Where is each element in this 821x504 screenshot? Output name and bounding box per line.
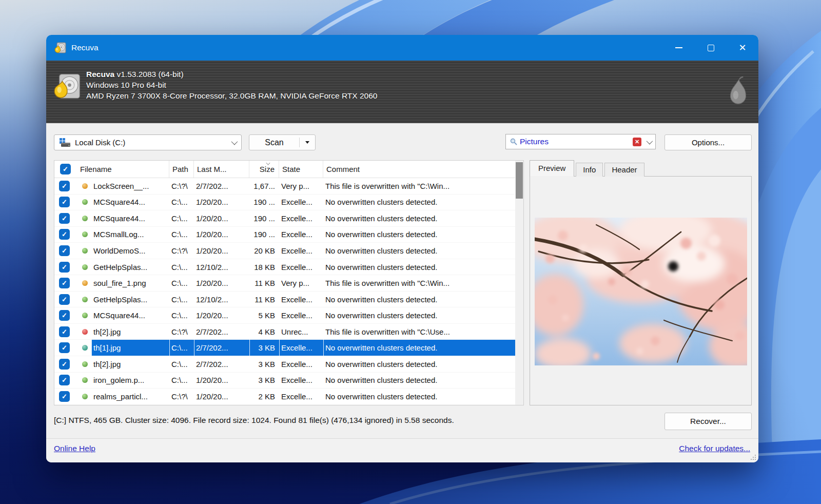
row-checkbox[interactable] [54,243,77,259]
row-checkbox[interactable] [54,307,77,323]
tab-info[interactable]: Info [576,163,603,177]
file-state[interactable]: Excelle... [279,227,323,243]
file-state[interactable]: Unrec... [279,324,323,340]
tab-preview[interactable]: Preview [530,160,574,177]
table-row[interactable]: GetHelpSplas... C:\... 12/10/2... 11 KB … [54,292,515,308]
file-path[interactable]: C:\... [169,195,194,210]
row-checkbox[interactable] [54,275,77,291]
file-comment[interactable]: No overwritten clusters detected. [323,356,515,372]
file-size[interactable]: 18 KB [249,259,279,275]
table-row[interactable]: WorldDemoS... C:\?\ 1/20/20... 20 KB Exc… [54,243,515,259]
file-name[interactable]: GetHelpSplas... [91,259,169,275]
file-size[interactable]: 4 KB [249,324,279,340]
minimize-button[interactable] [663,35,695,61]
file-name[interactable]: MCSquare44... [91,307,169,323]
file-path[interactable]: C:\... [169,373,194,389]
column-header-filename[interactable]: Filename [77,161,169,178]
table-row[interactable]: th[1].jpg C:\... 2/7/202... 3 KB Excelle… [54,340,515,356]
file-state[interactable]: Excelle... [279,195,323,210]
file-name[interactable]: th[2].jpg [91,356,169,372]
file-comment[interactable]: No overwritten clusters detected. [323,210,515,226]
row-checkbox[interactable] [54,195,77,210]
file-state[interactable]: Very p... [279,275,323,291]
table-row[interactable]: iron_golem.p... C:\... 1/20/20... 3 KB E… [54,373,515,389]
file-comment[interactable]: No overwritten clusters detected. [323,195,515,210]
row-checkbox[interactable] [54,340,77,356]
file-name[interactable]: th[1].jpg [91,340,169,356]
file-last-modified[interactable]: 2/7/202... [194,356,249,372]
file-size[interactable]: 2 KB [249,389,279,404]
file-comment[interactable]: No overwritten clusters detected. [323,373,515,389]
file-path[interactable]: C:\... [169,210,194,226]
file-path[interactable]: C:\... [169,292,194,307]
file-path[interactable]: C:\... [169,259,194,275]
file-last-modified[interactable]: 1/20/20... [194,243,249,259]
file-comment[interactable]: No overwritten clusters detected. [323,259,515,275]
file-state[interactable]: Excelle... [279,389,323,404]
file-last-modified[interactable]: 2/7/202... [194,324,249,340]
file-size[interactable]: 5 KB [249,307,279,323]
file-state[interactable]: Excelle... [279,259,323,275]
file-name[interactable]: GetHelpSplas... [91,292,169,307]
file-last-modified[interactable]: 2/7/202... [194,178,249,194]
file-name[interactable]: realms_particl... [91,389,169,404]
file-path[interactable]: C:\... [169,340,194,356]
table-row[interactable]: MCSmallLog... C:\... 1/20/20... 190 ... … [54,227,515,243]
file-comment[interactable]: No overwritten clusters detected. [323,227,515,243]
column-header-last-modified[interactable]: Last M... [194,161,249,178]
recover-button[interactable]: Recover... [664,413,752,430]
row-checkbox[interactable] [54,178,77,194]
file-name[interactable]: th[2].jpg [91,324,169,340]
options-button[interactable]: Options... [664,134,752,150]
scan-dropdown-button[interactable] [300,141,315,144]
check-updates-link[interactable]: Check for updates... [679,444,750,453]
file-comment[interactable]: This file is overwritten with "C:\Win... [323,275,515,291]
file-name[interactable]: soul_fire_1.png [91,275,169,291]
titlebar[interactable]: Recuva ✕ [46,35,758,61]
table-row[interactable]: LockScreen__... C:\?\ 2/7/202... 1,67...… [54,178,515,195]
file-path[interactable]: C:\?\ [169,324,194,340]
close-button[interactable]: ✕ [727,35,758,61]
row-checkbox[interactable] [54,292,77,307]
file-last-modified[interactable]: 1/20/20... [194,227,249,243]
file-last-modified[interactable]: 1/20/20... [194,275,249,291]
file-name[interactable]: LockScreen__... [91,178,169,194]
file-state[interactable]: Excelle... [279,373,323,389]
row-checkbox[interactable] [54,373,77,389]
file-size[interactable]: 11 KB [249,292,279,307]
file-state[interactable]: Excelle... [279,292,323,307]
file-name[interactable]: MCSquare44... [91,210,169,226]
row-checkbox[interactable] [54,356,77,372]
file-last-modified[interactable]: 1/20/20... [194,210,249,226]
file-state[interactable]: Excelle... [279,340,323,356]
scan-button[interactable]: Scan [249,134,316,150]
table-row[interactable]: MCSquare44... C:\... 1/20/20... 5 KB Exc… [54,307,515,324]
row-checkbox[interactable] [54,210,77,226]
table-row[interactable]: MCSquare44... C:\... 1/20/20... 190 ... … [54,210,515,227]
table-row[interactable]: soul_fire_1.png C:\... 1/20/20... 11 KB … [54,275,515,292]
file-state[interactable]: Very p... [279,178,323,194]
table-row[interactable]: MCSquare44... C:\... 1/20/20... 190 ... … [54,195,515,211]
table-row[interactable]: th[2].jpg C:\... 2/7/202... 3 KB Excelle… [54,356,515,373]
search-filter-box[interactable]: Pictures ✕ [505,134,656,149]
drive-selector[interactable]: Local Disk (C:) [54,134,242,150]
row-checkbox[interactable] [54,227,77,243]
row-checkbox[interactable] [54,259,77,275]
file-path[interactable]: C:\?\ [169,243,194,259]
file-last-modified[interactable]: 1/20/20... [194,373,249,389]
table-row[interactable]: realms_particl... C:\?\ 1/20/20... 2 KB … [54,389,515,405]
file-size[interactable]: 190 ... [249,227,279,243]
file-size[interactable]: 3 KB [249,373,279,389]
online-help-link[interactable]: Online Help [54,444,95,453]
file-path[interactable]: C:\... [169,307,194,323]
file-size[interactable]: 3 KB [249,340,279,356]
file-size[interactable]: 190 ... [249,195,279,210]
file-last-modified[interactable]: 1/20/20... [194,389,249,404]
column-header-comment[interactable]: Comment [323,161,523,178]
file-path[interactable]: C:\... [169,356,194,372]
file-comment[interactable]: No overwritten clusters detected. [323,307,515,323]
column-header-state[interactable]: State [279,161,323,178]
file-last-modified[interactable]: 1/20/20... [194,307,249,323]
file-size[interactable]: 20 KB [249,243,279,259]
table-row[interactable]: GetHelpSplas... C:\... 12/10/2... 18 KB … [54,259,515,276]
